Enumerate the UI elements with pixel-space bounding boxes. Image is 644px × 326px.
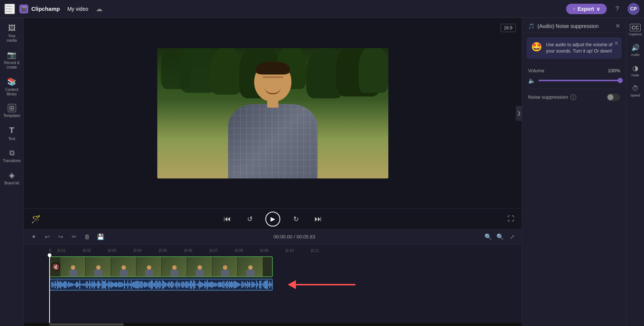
panel-title: (Audio) Noise suppression	[537, 23, 612, 29]
noise-suppression-row: Noise suppression i	[528, 94, 620, 101]
track-thumb-2	[86, 257, 111, 276]
ruler-marks: 0 |0:01 |0:02 |0:03 |0:04 |0:05 |0:06 |0…	[49, 245, 496, 253]
logo: 🎬 Clipchamp	[19, 4, 60, 13]
menu-button[interactable]	[4, 4, 15, 14]
video-track[interactable]: 🔇	[49, 256, 273, 277]
rewind-icon: ↺	[247, 215, 253, 223]
video-thumbnail	[157, 48, 388, 178]
captions-icon: CC	[630, 24, 640, 31]
sidebar-item-label-transitions: Transitions	[3, 159, 21, 163]
volume-section: Volume 100% 🔈	[522, 63, 626, 89]
timeline-scrollbar	[24, 323, 522, 326]
audio-waveform: // Will be rendered via JS below	[50, 279, 272, 290]
help-button[interactable]: ?	[611, 3, 623, 15]
app-name: Clipchamp	[31, 6, 60, 12]
playhead-handle[interactable]	[48, 253, 51, 257]
topbar-right: ↑ Export ∨ ? CP	[566, 3, 640, 15]
tooltip-text: Use audio to adjust the volume of your s…	[546, 42, 617, 54]
main-layout: 🖼 Your media 📷 Record &create 📚 Contentl…	[0, 18, 644, 326]
templates-icon: ⊞	[8, 104, 16, 112]
export-chevron-icon: ∨	[596, 6, 600, 12]
fade-icon: ◑	[632, 64, 638, 72]
transitions-icon: ⧉	[9, 149, 15, 157]
sidebar-item-label-your-media: Your media	[3, 34, 21, 43]
skip-to-start-button[interactable]: ⏮	[221, 212, 234, 226]
text-icon: T	[9, 126, 14, 135]
audio-tool-label: Audio	[631, 53, 640, 57]
captions-button[interactable]: CC Captions	[628, 21, 643, 39]
forward-button[interactable]: ↻	[289, 212, 303, 226]
noise-suppression-label: Noise suppression	[528, 94, 568, 100]
scroll-thumb[interactable]	[49, 323, 124, 326]
speed-button[interactable]: ⏱ Speed	[628, 82, 643, 100]
speed-label: Speed	[630, 94, 640, 97]
export-button[interactable]: ↑ Export ∨	[566, 4, 607, 14]
track-thumb-4	[136, 257, 162, 276]
speed-icon: ⏱	[632, 85, 639, 92]
track-thumb-6	[187, 257, 212, 276]
logo-icon: 🎬	[19, 4, 28, 13]
play-button[interactable]: ▶	[265, 212, 280, 227]
cut-button[interactable]: ✂	[69, 232, 79, 242]
volume-slider-thumb[interactable]	[618, 78, 623, 83]
sidebar-item-label-brand-kit: Brand kit	[4, 181, 19, 186]
volume-slider-track	[539, 80, 620, 81]
video-preview: 16:9	[24, 18, 522, 208]
your-media-icon: 🖼	[8, 24, 16, 32]
right-mini-toolbar: CC Captions 🔊 Audio ◑ Fade ⏱ Speed	[626, 18, 644, 326]
noise-label-group: Noise suppression i	[528, 94, 576, 100]
rewind-button[interactable]: ↺	[243, 212, 256, 226]
playback-controls: 🪄 ⏮ ↺ ▶ ↻ ⏭ ⛶	[24, 208, 522, 229]
collapse-right-panel-button[interactable]: ❯	[516, 106, 522, 121]
delete-button[interactable]: 🗑	[82, 232, 92, 242]
arrow-line	[296, 284, 356, 285]
fullscreen-button[interactable]: ⛶	[508, 215, 514, 223]
volume-row: Volume 100%	[528, 68, 620, 73]
export-label: Export	[578, 6, 594, 12]
volume-slider-row: 🔈	[528, 77, 620, 84]
fit-timeline-button[interactable]: ⤢	[507, 232, 517, 242]
zoom-out-button[interactable]: 🔍	[483, 232, 493, 242]
track-thumb-7	[212, 257, 238, 276]
sidebar-item-content-library[interactable]: 📚 Contentlibrary	[1, 74, 22, 99]
redo-button[interactable]: ↪	[55, 232, 66, 242]
timeline-playhead	[49, 253, 50, 323]
volume-value: 100%	[608, 68, 620, 73]
sidebar-item-text[interactable]: T Text	[1, 123, 22, 144]
sidebar-item-brand-kit[interactable]: ◈ Brand kit	[1, 168, 22, 189]
zoom-in-button[interactable]: 🔍	[495, 232, 505, 242]
sidebar-item-label-content-library: Contentlibrary	[5, 88, 18, 96]
noise-suppression-toggle[interactable]	[607, 94, 620, 101]
sidebar-item-transitions[interactable]: ⧉ Transitions	[1, 146, 22, 166]
audio-tool-button[interactable]: 🔊 Audio	[628, 41, 643, 60]
person-figure	[228, 61, 318, 178]
track-thumbnails	[60, 257, 263, 276]
save-frame-button[interactable]: 💾	[95, 232, 106, 242]
sidebar-item-label-text: Text	[8, 137, 15, 141]
panel-close-button[interactable]: ✕	[615, 22, 620, 29]
sidebar-item-record[interactable]: 📷 Record &create	[1, 47, 22, 73]
undo-button[interactable]: ↩	[42, 232, 52, 242]
track-mute-icon[interactable]: 🔇	[51, 262, 60, 271]
magic-edit-button[interactable]: 🪄	[31, 215, 41, 224]
content-library-icon: 📚	[7, 77, 16, 86]
tooltip-close-button[interactable]: ✕	[614, 40, 619, 46]
captions-label: Captions	[629, 32, 642, 36]
fade-label: Fade	[631, 73, 639, 77]
video-title-input[interactable]: My video	[64, 4, 91, 13]
sidebar-item-your-media[interactable]: 🖼 Your media	[1, 21, 22, 46]
panel-header: 🎵 (Audio) Noise suppression ✕	[522, 18, 626, 33]
user-avatar[interactable]: CP	[628, 3, 640, 15]
magic-timeline-button[interactable]: ✦	[28, 232, 39, 242]
fade-button[interactable]: ◑ Fade	[628, 61, 643, 80]
tooltip-emoji: 🤩	[531, 42, 542, 54]
audio-track-container: // Will be rendered via JS below	[49, 279, 522, 291]
timeline-area: ✦ ↩ ↪ ✂ 🗑 💾 00:00.00 / 00:05.83 🔍 🔍 ⤢ 0	[24, 229, 522, 326]
noise-suppression-info-icon[interactable]: i	[570, 94, 576, 100]
magic-edit-icon: 🪄	[31, 215, 41, 223]
sidebar-item-templates[interactable]: ⊞ Templates	[1, 101, 22, 121]
skip-to-end-button[interactable]: ⏭	[312, 212, 325, 226]
timeline-tracks: 🔇	[24, 253, 522, 323]
volume-slider-fill	[539, 80, 620, 81]
audio-track[interactable]: // Will be rendered via JS below	[49, 279, 273, 291]
